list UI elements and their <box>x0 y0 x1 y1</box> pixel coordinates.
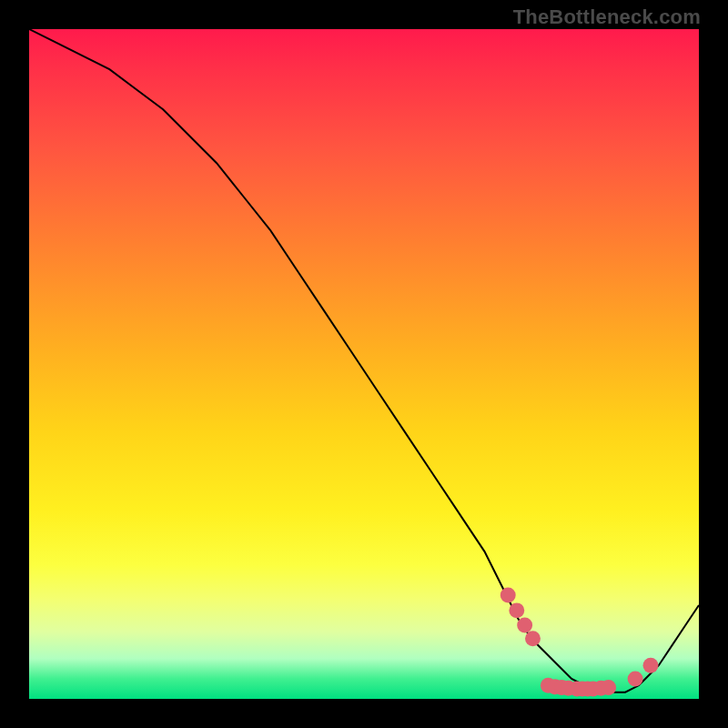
marker-dot <box>509 602 524 618</box>
marker-dot <box>517 618 532 633</box>
marker-dot <box>601 680 616 695</box>
marker-dots <box>500 587 659 696</box>
marker-dot <box>628 671 643 686</box>
chart-svg <box>29 29 699 699</box>
marker-dot <box>500 587 516 602</box>
attribution-watermark: TheBottleneck.com <box>513 5 701 29</box>
marker-dot <box>643 658 659 673</box>
plot-area <box>29 29 699 699</box>
curve-line <box>29 29 699 693</box>
chart-frame: TheBottleneck.com <box>0 0 728 728</box>
marker-dot <box>525 631 541 646</box>
